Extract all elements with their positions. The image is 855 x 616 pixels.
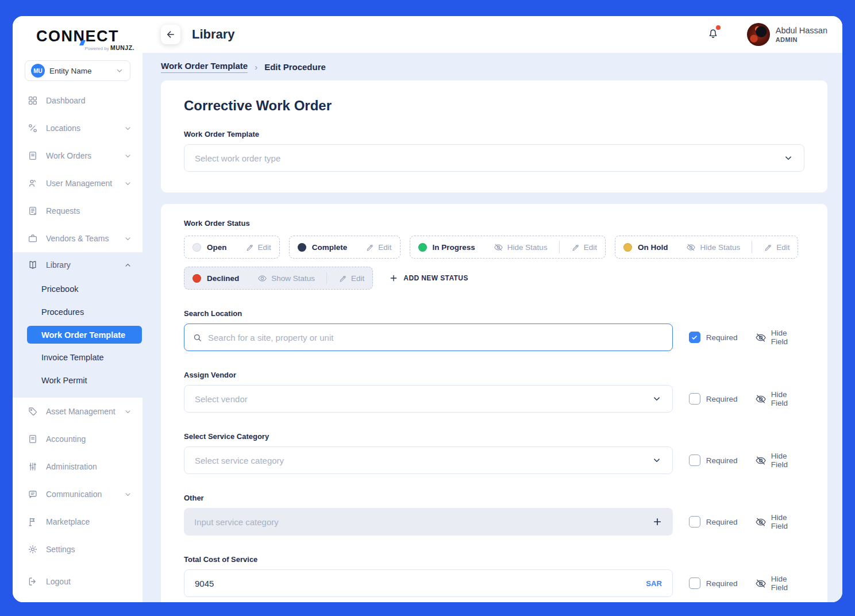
hide-field-button-search-location[interactable]: Hide Field (755, 329, 804, 346)
back-button[interactable] (161, 25, 180, 44)
sidebar-item-label: Requests (46, 206, 80, 215)
eye-off-icon (755, 393, 767, 405)
plus-icon (389, 274, 398, 283)
required-checkbox-assign-vendor[interactable]: Required (689, 393, 738, 405)
library-icon (28, 260, 38, 270)
status-chip-declined: Declined Show Status Edit (184, 267, 373, 290)
chevron-down-icon (124, 124, 132, 133)
field-label: Search Location (184, 309, 804, 318)
breadcrumb-current: Edit Procedure (264, 62, 326, 72)
other-category-input[interactable] (194, 517, 652, 527)
eye-off-icon (755, 578, 767, 590)
checkbox[interactable] (689, 455, 700, 466)
hide-field-button-other[interactable]: Hide Field (755, 513, 804, 530)
add-category-button[interactable] (652, 517, 663, 527)
edit-status-button[interactable]: Edit (571, 243, 597, 252)
location-search-input[interactable] (208, 333, 664, 342)
sidebar-item-vendors-teams[interactable]: Vendors & Teams (13, 225, 142, 252)
template-field-label: Work Order Template (184, 130, 804, 138)
add-new-status-button[interactable]: ADD NEW STATUS (389, 274, 468, 283)
required-checkbox-total-cost[interactable]: Required (689, 578, 738, 589)
hide-field-button-assign-vendor[interactable]: Hide Field (755, 390, 804, 407)
sidebar-item-label: Communication (46, 490, 102, 499)
accounting-icon (28, 434, 38, 444)
edit-status-button[interactable]: Edit (365, 243, 391, 252)
check-icon (691, 334, 698, 341)
sidebar-item-requests[interactable]: Requests (13, 197, 142, 225)
sidebar-item-work-permit[interactable]: Work Permit (13, 369, 142, 392)
sidebar-item-label: Dashboard (46, 96, 86, 105)
user-role: ADMIN (776, 36, 827, 43)
sidebar-item-invoice-template[interactable]: Invoice Template (13, 346, 142, 369)
show-status-button[interactable]: Show Status (257, 274, 315, 283)
edit-status-button[interactable]: Edit (338, 274, 364, 283)
breadcrumb-parent[interactable]: Work Order Template (161, 61, 248, 73)
user-avatar[interactable] (747, 23, 770, 46)
required-checkbox-other[interactable]: Required (689, 516, 738, 528)
chat-icon (28, 489, 38, 499)
sidebar-item-communication[interactable]: Communication (13, 480, 142, 508)
edit-status-button[interactable]: Edit (245, 243, 271, 252)
hide-status-button[interactable]: Hide Status (686, 242, 740, 252)
checkbox[interactable] (689, 578, 700, 589)
sidebar-item-label: User Management (46, 179, 112, 188)
chip-divider (559, 241, 560, 253)
vendor-select[interactable]: Select vendor (184, 385, 673, 413)
asset-tag-icon (28, 406, 38, 417)
vendors-teams-icon (28, 233, 38, 244)
breadcrumb: Work Order Template › Edit Procedure (161, 53, 827, 80)
template-card: Corrective Work Order Work Order Templat… (161, 80, 827, 192)
sidebar-item-locations[interactable]: Locations (13, 114, 142, 142)
header-right: Abdul Hassan ADMIN (707, 23, 827, 46)
required-checkbox-search-location[interactable]: Required (689, 332, 738, 343)
checkbox[interactable] (689, 393, 700, 405)
status-chips-row-1: Open Edit Complete Edit (184, 236, 804, 259)
back-arrow-icon (165, 29, 176, 40)
status-chip-on-hold: On Hold Hide Status Edit (615, 236, 799, 259)
currency-label: SAR (646, 579, 661, 588)
sidebar-item-label: Accounting (46, 434, 86, 444)
chevron-down-icon (115, 66, 124, 75)
sidebar-item-settings[interactable]: Settings (13, 536, 142, 563)
sidebar-item-procedures[interactable]: Procedures (13, 301, 142, 324)
sidebar-item-pricebook[interactable]: Pricebook (13, 278, 142, 301)
sidebar-item-asset-management[interactable]: Asset Management (13, 398, 142, 425)
logout-icon (28, 576, 38, 587)
required-checkbox-service-category[interactable]: Required (689, 455, 738, 466)
sidebar-nav: Dashboard Locations Work Orders User Man… (13, 87, 142, 595)
sidebar-item-accounting[interactable]: Accounting (13, 425, 142, 453)
status-name: Open (207, 243, 227, 252)
check-icon (691, 395, 698, 403)
status-name: On Hold (638, 243, 668, 252)
chip-divider (752, 241, 752, 253)
sidebar-item-label: Library (46, 260, 71, 270)
sidebar-item-label: Vendors & Teams (46, 234, 109, 243)
procedure-card: Work Order Status Open Edit Complete (161, 204, 827, 602)
sidebar-item-logout[interactable]: Logout (13, 568, 142, 595)
checkbox[interactable] (689, 332, 700, 343)
chevron-down-icon (124, 490, 132, 499)
service-category-select[interactable]: Select service category (184, 446, 673, 474)
sidebar-item-work-order-template[interactable]: Work Order Template (27, 326, 142, 344)
sidebar-item-dashboard[interactable]: Dashboard (13, 87, 142, 114)
hide-status-button[interactable]: Hide Status (494, 242, 548, 252)
sidebar-item-work-orders[interactable]: Work Orders (13, 142, 142, 170)
other-category-input-wrap (184, 508, 673, 536)
main-area: Library Abdul Hassan ADMIN Work Order Te… (142, 16, 842, 602)
sidebar-item-user-management[interactable]: User Management (13, 170, 142, 197)
sidebar-item-administration[interactable]: Administration (13, 453, 142, 480)
entity-selector[interactable]: MU Entity Name (25, 60, 130, 81)
hide-field-button-service-category[interactable]: Hide Field (755, 452, 804, 469)
sidebar-item-library[interactable]: Library (13, 252, 142, 278)
notifications-button[interactable] (707, 27, 719, 42)
status-name: Declined (207, 274, 239, 283)
checkbox[interactable] (689, 516, 700, 528)
edit-status-button[interactable]: Edit (764, 243, 789, 252)
sidebar-item-marketplace[interactable]: Marketplace (13, 508, 142, 536)
field-label: Other (184, 494, 804, 502)
total-cost-input[interactable] (195, 579, 646, 588)
work-order-type-select[interactable]: Select work order type (184, 144, 804, 172)
chevron-down-icon (652, 394, 662, 404)
check-icon (691, 518, 698, 526)
hide-field-button-total-cost[interactable]: Hide Field (755, 575, 804, 592)
